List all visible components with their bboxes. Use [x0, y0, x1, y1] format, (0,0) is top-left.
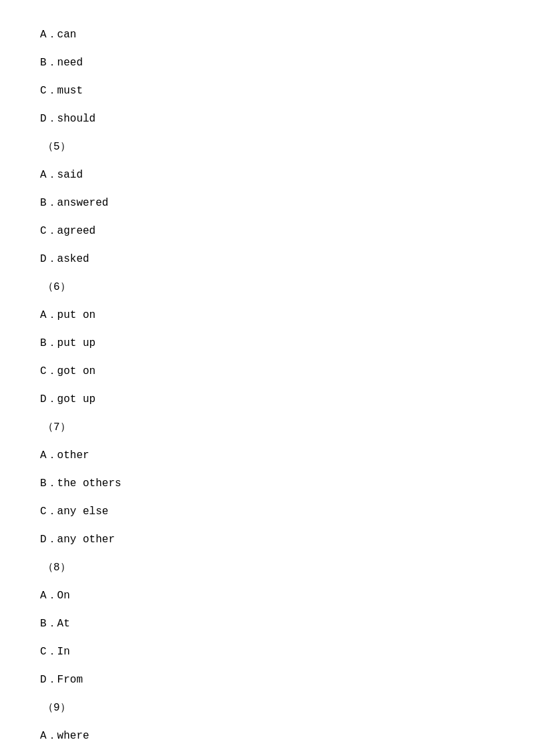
option-q5-B: B．answered: [40, 195, 494, 211]
option-q4-options-B: B．need: [40, 55, 494, 71]
option-q7-C: C．any else: [40, 504, 494, 520]
section-label-q5: （5）: [40, 139, 494, 155]
section-label-q8: （8）: [40, 560, 494, 576]
option-q6-C: C．got on: [40, 363, 494, 379]
page-content: A．canB．needC．mustD．should（5）A．saidB．answ…: [40, 27, 494, 756]
option-q8-D: D．From: [40, 672, 494, 688]
option-q6-D: D．got up: [40, 391, 494, 407]
option-q5-A: A．said: [40, 167, 494, 183]
option-q5-D: D．asked: [40, 251, 494, 267]
option-q6-A: A．put on: [40, 307, 494, 323]
option-q6-B: B．put up: [40, 335, 494, 351]
option-q7-B: B．the others: [40, 476, 494, 492]
option-q4-options-A: A．can: [40, 27, 494, 43]
option-q4-options-C: C．must: [40, 83, 494, 99]
option-q5-C: C．agreed: [40, 223, 494, 239]
section-label-q7: （7）: [40, 419, 494, 435]
section-label-q9: （9）: [40, 700, 494, 716]
section-label-q6: （6）: [40, 279, 494, 295]
option-q8-C: C．In: [40, 644, 494, 660]
option-q4-options-D: D．should: [40, 111, 494, 127]
option-q7-A: A．other: [40, 447, 494, 463]
option-q8-B: B．At: [40, 616, 494, 632]
option-q9-A: A．where: [40, 728, 494, 744]
option-q8-A: A．On: [40, 588, 494, 604]
option-q7-D: D．any other: [40, 532, 494, 548]
